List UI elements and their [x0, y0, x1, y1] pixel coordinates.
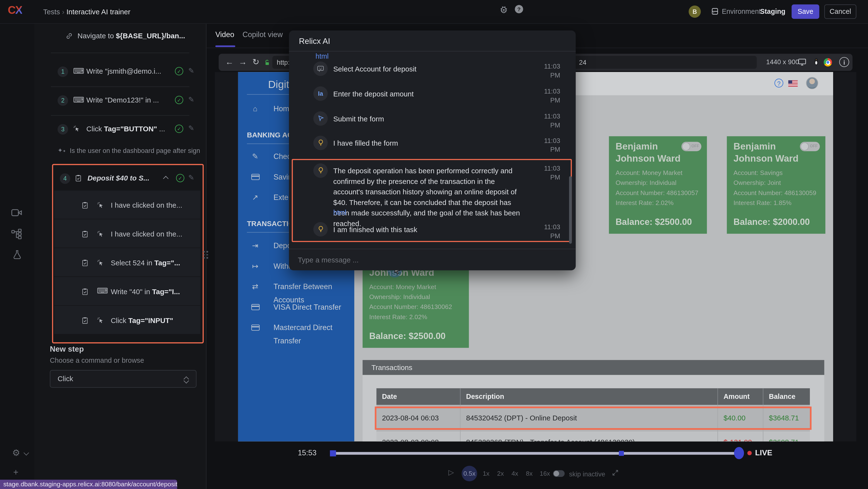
account-card[interactable]: Benjamin Johnson Ward OFF Account: Money… — [609, 136, 707, 234]
html-artifact-link[interactable]: html — [333, 209, 346, 217]
fullscreen-icon[interactable] — [612, 469, 619, 479]
back-icon[interactable]: ← — [225, 57, 234, 66]
live-dot — [747, 451, 752, 455]
step-row-2[interactable]: 2 ⌨ Write "Demo123!" in ... ✓ ✎ — [34, 93, 206, 108]
edit-step-icon[interactable]: ✎ — [188, 95, 194, 104]
forward-icon[interactable]: → — [239, 57, 247, 66]
question-icon[interactable]: ? — [775, 79, 783, 88]
pointer-click-icon — [97, 201, 104, 211]
skip-inactive-label[interactable]: skip inactive — [569, 470, 605, 478]
lightbulb-icon — [313, 163, 328, 178]
tab-video[interactable]: Video — [215, 31, 234, 39]
column-header-date[interactable]: Date — [376, 388, 460, 405]
environment-value[interactable]: Staging — [760, 8, 785, 16]
play-icon[interactable]: ▷ — [448, 468, 454, 476]
us-flag-icon[interactable] — [788, 80, 798, 87]
bank-nav-visa-transfer[interactable]: VISA Direct Transfer — [247, 301, 345, 314]
step-group-highlight: 4 Deposit $40 to S... ✓ ✎ I have clicked… — [52, 164, 204, 344]
speed-1x-button[interactable]: 1x — [483, 470, 490, 477]
tab-copilot-view[interactable]: Copilot view — [242, 31, 283, 39]
column-header-description[interactable]: Description — [461, 388, 718, 405]
left-rail: ⚙ + — [0, 23, 35, 489]
skip-inactive-toggle[interactable] — [553, 470, 564, 477]
user-avatar[interactable]: B — [688, 6, 701, 18]
divider — [51, 53, 189, 53]
edit-step-icon[interactable]: ✎ — [188, 124, 194, 132]
speed-2x-button[interactable]: 2x — [497, 470, 504, 477]
command-select[interactable]: Click — [50, 370, 197, 388]
message-time: 11:03PM — [528, 223, 560, 240]
bug-icon[interactable] — [499, 5, 508, 16]
bank-nav-transfer[interactable]: ⇄Transfer Between Accounts — [247, 280, 345, 294]
column-header-balance[interactable]: Balance — [764, 388, 810, 405]
card-toggle[interactable]: OFF — [800, 142, 820, 151]
step-success-icon: ✓ — [175, 124, 183, 133]
card-account-type: Account: Money Market — [616, 169, 682, 176]
info-icon[interactable]: i — [839, 57, 849, 67]
add-button[interactable]: + — [13, 467, 19, 478]
substep-row[interactable]: Select 524 in Tag="... — [54, 248, 200, 277]
account-card[interactable]: Benjamin Johnson Ward OFF Account: Savin… — [727, 136, 826, 234]
chat-message-input[interactable] — [297, 253, 559, 267]
lightbulb-icon — [313, 222, 328, 236]
video-camera-icon[interactable] — [10, 207, 23, 221]
column-header-amount[interactable]: Amount — [718, 388, 764, 405]
unlock-icon — [264, 59, 271, 68]
speed-8x-button[interactable]: 8x — [526, 470, 533, 477]
flow-tree-icon[interactable] — [10, 228, 23, 242]
save-button[interactable]: Save — [792, 4, 819, 19]
help-icon[interactable]: ? — [515, 5, 523, 13]
edit-step-icon[interactable]: ✎ — [188, 173, 194, 181]
relicx-logo[interactable]: CX — [8, 4, 22, 17]
chat-scrollbar[interactable] — [569, 176, 572, 244]
substep-label: Write "40" in Tag="I... — [111, 287, 197, 296]
edit-step-icon[interactable]: ✎ — [188, 66, 194, 75]
timeline-marker[interactable] — [619, 451, 624, 456]
timeline-playhead[interactable] — [734, 447, 744, 459]
speed-16x-button[interactable]: 16x — [540, 470, 550, 477]
collapse-chevron-icon[interactable] — [163, 176, 168, 181]
substep-row[interactable]: I have clicked on the... — [54, 191, 200, 219]
speed-4x-button[interactable]: 4x — [512, 470, 518, 477]
speed-0.5x-button[interactable]: 0.5x — [462, 466, 477, 481]
bank-nav-mastercard-transfer[interactable]: Mastercard Direct Transfer — [247, 321, 345, 335]
step-row-3[interactable]: 3 Click Tag="BUTTON" ... ✓ ✎ — [34, 122, 206, 137]
card-ownership: Ownership: Individual — [369, 293, 430, 300]
divider — [289, 249, 576, 249]
card-balance: Balance: $2000.00 — [734, 217, 810, 227]
gear-icon[interactable]: ⚙ — [12, 448, 20, 458]
keyboard-icon: ⌨ — [73, 66, 84, 75]
html-artifact-link[interactable]: html — [316, 53, 329, 60]
timeline-track[interactable] — [331, 452, 743, 455]
card-ownership: Ownership: Joint — [734, 179, 781, 186]
panel-resize-handle[interactable] — [203, 251, 208, 258]
message-time: 11:03PM — [528, 62, 560, 80]
flask-icon[interactable] — [11, 249, 23, 263]
live-label[interactable]: LIVE — [755, 448, 772, 457]
substep-row[interactable]: Click Tag="INPUT" — [54, 306, 200, 334]
steps-sidebar: Navigate to ${BASE_URL}/ban... 1 ⌨ Write… — [34, 23, 207, 489]
toggle-label: OFF — [691, 144, 699, 148]
card-toggle[interactable]: OFF — [682, 142, 702, 151]
cancel-button[interactable]: Cancel — [824, 4, 857, 19]
chevron-down-icon[interactable] — [24, 450, 29, 456]
card-interest-rate: Interest Rate: 2.02% — [369, 314, 428, 320]
substep-row[interactable]: I have clicked on the... — [54, 219, 200, 248]
page-title: Interactive AI trainer — [66, 8, 130, 16]
credit-card-icon — [249, 301, 261, 314]
step-row-1[interactable]: 1 ⌨ Write "jsmith@demo.i... ✓ ✎ — [34, 65, 206, 79]
step-number: 4 — [60, 173, 70, 184]
bank-user-avatar[interactable] — [806, 77, 818, 89]
step-row-4[interactable]: 4 Deposit $40 to S... ✓ ✎ — [53, 172, 200, 186]
transaction-row[interactable]: 2023-08-03 00:08 845320368 (TRN) - Trans… — [376, 432, 810, 441]
refresh-icon[interactable]: ↻ — [252, 57, 259, 67]
step-navigate[interactable]: Navigate to ${BASE_URL}/ban... — [78, 31, 195, 40]
breadcrumb-tests[interactable]: Tests — [43, 8, 60, 16]
timeline-marker-start[interactable] — [330, 450, 336, 456]
substep-row[interactable]: ⌨ Write "40" in Tag="I... — [54, 277, 200, 305]
step-success-icon: ✓ — [175, 67, 183, 75]
substep-label: Select 524 in Tag="... — [111, 259, 197, 267]
message-time: 11:03PM — [528, 136, 560, 154]
cell-date: 2023-08-03 00:08 — [376, 432, 460, 441]
playback-time: 15:53 — [298, 449, 316, 457]
